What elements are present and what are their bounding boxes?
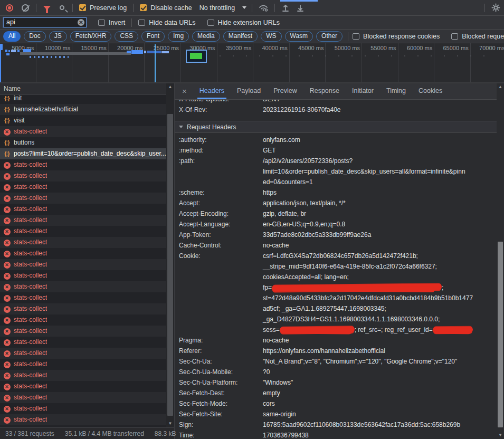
blocked-requests-checkbox[interactable]: Blocked requests	[451, 33, 504, 40]
type-filter-other[interactable]: Other	[316, 31, 343, 42]
scroll-down-icon[interactable]: ▼	[166, 421, 174, 427]
type-filter-doc[interactable]: Doc	[24, 31, 45, 42]
invert-checkbox[interactable]: Invert	[98, 19, 125, 26]
error-icon: ✕	[3, 204, 11, 215]
timeline-column: 40000 ms	[253, 43, 290, 83]
request-row[interactable]: ✕stats-collect	[0, 359, 166, 370]
request-row[interactable]: ✕stats-collect	[0, 381, 166, 392]
request-row[interactable]: ✕stats-collect	[0, 215, 166, 226]
request-name: stats-collect	[14, 370, 47, 381]
request-headers-section[interactable]: Request Headers	[175, 121, 497, 133]
request-row[interactable]: ✕stats-collect	[0, 326, 166, 337]
header-row: Accept-Language:en-GB,en-US;q=0.9,en;q=0…	[175, 219, 497, 230]
request-row[interactable]: ✕stats-collect	[0, 281, 166, 292]
request-row[interactable]: ✕stats-collect	[0, 237, 166, 248]
request-row[interactable]: {:}visit	[0, 115, 166, 126]
header-row: Accept-Encoding:gzip, deflate, br	[175, 208, 497, 219]
request-row[interactable]: {:}buttons	[0, 137, 166, 148]
scroll-up-icon[interactable]: ▲	[166, 84, 174, 90]
request-row[interactable]: ✕stats-collect	[0, 159, 166, 170]
requests-list: {:}init{:}hannahelizabethofficial{:}visi…	[0, 95, 166, 427]
hide-data-urls-checkbox[interactable]: Hide data URLs	[138, 19, 195, 26]
request-name: stats-collect	[14, 204, 47, 215]
clear-button[interactable]	[19, 2, 32, 14]
request-row[interactable]: {:}posts?limit=10&order=publish_date_des…	[0, 148, 166, 159]
preserve-log-label: Preserve log	[90, 4, 127, 12]
request-row[interactable]: ✕stats-collect	[0, 337, 166, 348]
close-icon[interactable]: ×	[175, 87, 193, 97]
scroll-down-icon[interactable]: ▼	[497, 432, 504, 438]
network-overview-timeline[interactable]: 5000 ms10000 ms15000 ms20000 ms25000 ms3…	[0, 43, 504, 83]
request-row[interactable]: ✕stats-collect	[0, 248, 166, 259]
search-button[interactable]	[55, 2, 68, 14]
search-icon	[60, 5, 64, 10]
type-filter-ws[interactable]: WS	[261, 31, 281, 42]
tab-initiator[interactable]: Initiator	[346, 83, 380, 99]
header-name: Sign:	[175, 419, 263, 430]
record-button[interactable]	[3, 2, 16, 14]
scroll-up-icon[interactable]: ▲	[497, 84, 504, 90]
blocked-response-cookies-checkbox[interactable]: Blocked response cookies	[353, 33, 440, 40]
request-row[interactable]: ✕stats-collect	[0, 270, 166, 281]
throttling-dropdown[interactable]: No throttling	[199, 4, 246, 12]
header-row: X-Of-Rev:202312261916-30670fa40e	[175, 104, 497, 115]
request-row[interactable]: ✕stats-collect	[0, 303, 166, 314]
disable-cache-checkbox[interactable]: Disable cache	[140, 4, 192, 12]
request-row[interactable]: {:}hannahelizabethofficial	[0, 104, 166, 115]
export-har-button[interactable]	[294, 2, 307, 14]
type-filter-fetch-xhr[interactable]: Fetch/XHR	[70, 31, 112, 42]
requests-scrollbar[interactable]: ▲ ▼	[166, 83, 174, 427]
scrollbar-thumb[interactable]	[498, 242, 503, 427]
detail-scrollbar[interactable]: ▲ ▼	[497, 83, 504, 439]
request-name: stats-collect	[14, 303, 47, 314]
type-filter-all[interactable]: All	[3, 31, 21, 42]
header-name: Sec-Ch-Ua-Mobile:	[175, 367, 263, 377]
request-row[interactable]: ✕stats-collect	[0, 226, 166, 237]
checkbox-unchecked-icon	[353, 33, 359, 40]
import-har-button[interactable]	[279, 2, 292, 14]
tab-response[interactable]: Response	[303, 83, 346, 99]
request-row[interactable]: ✕stats-collect	[0, 392, 166, 403]
header-value-line: ad5cf; _ga=GA1.1.689275447.1698003345;	[263, 303, 489, 314]
tab-preview[interactable]: Preview	[267, 83, 303, 99]
request-row[interactable]: ✕stats-collect	[0, 170, 166, 182]
header-row: Sec-Fetch-Site:same-origin	[175, 409, 497, 419]
filter-input[interactable]	[3, 17, 87, 27]
header-name: X-Of-Rev:	[175, 104, 263, 115]
request-row[interactable]: ✕stats-collect	[0, 259, 166, 270]
panel-splitter[interactable]	[174, 83, 175, 439]
request-row[interactable]: ✕stats-collect	[0, 193, 166, 204]
type-filter-css[interactable]: CSS	[115, 31, 138, 42]
preserve-log-checkbox[interactable]: Preserve log	[79, 4, 127, 12]
request-row[interactable]: ✕stats-collect	[0, 414, 166, 425]
tab-timing[interactable]: Timing	[380, 83, 412, 99]
request-row[interactable]: ✕stats-collect	[0, 348, 166, 359]
request-row[interactable]: ✕stats-collect	[0, 314, 166, 326]
type-filter-wasm[interactable]: Wasm	[285, 31, 313, 42]
tab-payload[interactable]: Payload	[231, 83, 267, 99]
type-filter-media[interactable]: Media	[192, 31, 220, 42]
name-column-header[interactable]: Name	[0, 83, 166, 95]
request-row[interactable]: ✕stats-collect	[0, 126, 166, 137]
request-row[interactable]: ✕stats-collect	[0, 370, 166, 381]
hide-extension-urls-checkbox[interactable]: Hide extension URLs	[207, 19, 280, 26]
scrollbar-thumb[interactable]	[167, 114, 173, 416]
type-filter-js[interactable]: JS	[49, 31, 67, 42]
request-row[interactable]: ✕stats-collect	[0, 204, 166, 215]
request-row[interactable]: {:}init	[0, 95, 166, 104]
request-row[interactable]: ✕stats-collect	[0, 182, 166, 193]
request-row[interactable]: ✕stats-collect	[0, 403, 166, 414]
request-name: stats-collect	[14, 337, 47, 348]
type-filter-manifest[interactable]: Manifest	[223, 31, 258, 42]
network-conditions-button[interactable]	[258, 2, 270, 14]
header-row: :path:/api2/v2/users/20572336/posts?limi…	[175, 156, 497, 187]
tab-cookies[interactable]: Cookies	[412, 83, 449, 99]
tab-headers[interactable]: Headers	[193, 83, 231, 99]
filter-toggle-button[interactable]	[41, 2, 53, 14]
checkbox-checked-icon	[79, 4, 86, 11]
settings-button[interactable]	[489, 2, 502, 14]
request-row[interactable]: ✕stats-collect	[0, 292, 166, 303]
type-filter-img[interactable]: Img	[168, 31, 189, 42]
clear-filter-icon[interactable]: ✕	[78, 19, 84, 26]
type-filter-font[interactable]: Font	[141, 31, 165, 42]
